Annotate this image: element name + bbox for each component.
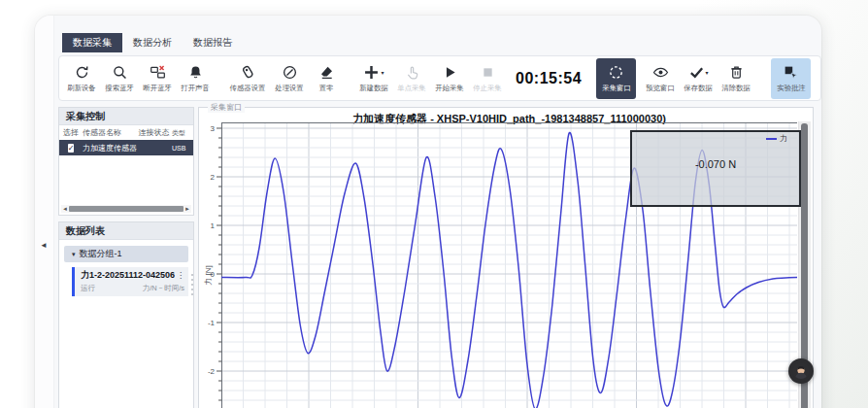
refresh-icon bbox=[74, 64, 90, 81]
item-menu-icon[interactable]: ⋮ bbox=[177, 271, 184, 280]
stop-icon bbox=[480, 64, 496, 81]
sensor-icon bbox=[240, 64, 256, 81]
experiment-record-button[interactable]: 实验录制 bbox=[818, 64, 821, 93]
legend-label: 力 bbox=[780, 133, 787, 144]
sensor-name: 力加速度传感器 bbox=[83, 143, 136, 153]
sensor-settings-button[interactable]: 传感器设置 bbox=[226, 64, 269, 93]
data-list-panel: 数据列表 ▾ 数据分组-1 力1-2-20251112-042506 ⋮ 运行 … bbox=[58, 221, 194, 408]
plus-icon bbox=[363, 64, 380, 81]
data-item-status: 运行 bbox=[81, 284, 95, 293]
svg-text:2: 2 bbox=[211, 173, 216, 182]
refresh-device-button[interactable]: 刷新设备 bbox=[64, 64, 99, 93]
column-header-type: 类型 bbox=[172, 128, 191, 138]
data-item[interactable]: 力1-2-20251112-042506 ⋮ 运行 力/N－时间/s bbox=[72, 267, 188, 296]
chart-legend: 力 bbox=[766, 133, 787, 144]
horizontal-scrollbar[interactable]: ◄ ► bbox=[61, 205, 191, 213]
single-point-button[interactable]: 单点采集 bbox=[394, 64, 429, 93]
play-icon bbox=[442, 64, 458, 81]
experiment-annotation-button[interactable]: 实验批注 bbox=[771, 58, 811, 99]
panel-title: 数据列表 bbox=[59, 222, 193, 240]
app-window: ◄ 数据采集 数据分析 数据报告 刷新设备 搜索蓝牙 断开蓝牙 打开声音 传感器… bbox=[35, 16, 821, 408]
compass-icon bbox=[282, 64, 298, 81]
start-acquisition-button[interactable]: 开始采集 bbox=[432, 64, 467, 93]
caret-down-icon[interactable]: ▾ bbox=[381, 69, 384, 76]
scroll-right-icon[interactable]: ► bbox=[184, 205, 191, 213]
timer-display: 00:15:54 bbox=[516, 70, 582, 87]
data-group-label: 数据分组-1 bbox=[80, 248, 122, 260]
panel-title: 采集控制 bbox=[59, 108, 193, 125]
sound-button[interactable]: 打开声音 bbox=[178, 64, 213, 93]
svg-text:-1: -1 bbox=[208, 319, 216, 327]
column-header-name: 传感器名称 bbox=[83, 127, 136, 138]
save-data-button[interactable]: ▾ 保存数据 bbox=[681, 64, 716, 93]
svg-text:3: 3 bbox=[211, 124, 216, 133]
collapse-panel-icon[interactable]: ◄ bbox=[40, 241, 48, 250]
tap-icon bbox=[404, 64, 420, 81]
preview-window-button[interactable]: 预览窗口 bbox=[643, 64, 678, 93]
tab-data-analysis[interactable]: 数据分析 bbox=[122, 33, 183, 52]
zero-button[interactable]: 置零 bbox=[310, 64, 343, 93]
dashed-circle-icon bbox=[608, 64, 624, 81]
data-group-row[interactable]: ▾ 数据分组-1 bbox=[64, 246, 188, 262]
bluetooth-disconnect-icon bbox=[150, 64, 166, 81]
bell-icon bbox=[187, 64, 204, 81]
eye-icon bbox=[652, 64, 669, 81]
main-tab-bar: 数据采集 数据分析 数据报告 bbox=[62, 33, 243, 52]
caret-down-icon[interactable]: ▾ bbox=[706, 69, 709, 76]
sensor-table-row[interactable]: ✓ 力加速度传感器 USB bbox=[59, 140, 193, 155]
process-settings-button[interactable]: 处理设置 bbox=[272, 64, 307, 93]
acquisition-window-button[interactable]: 采集窗口 bbox=[596, 58, 636, 99]
disconnect-bluetooth-button[interactable]: 断开蓝牙 bbox=[140, 64, 175, 93]
tab-data-acquisition[interactable]: 数据采集 bbox=[62, 33, 122, 52]
acquisition-control-panel: 采集控制 选择 传感器名称 连接状态 类型 ✓ 力加速度传感器 USB ◄ ► bbox=[58, 107, 194, 216]
svg-text:-2: -2 bbox=[208, 367, 216, 376]
data-item-axes: 力/N－时间/s bbox=[143, 284, 184, 293]
check-icon bbox=[688, 64, 705, 81]
column-header-status: 连接状态 bbox=[136, 127, 172, 138]
trash-icon bbox=[728, 64, 745, 81]
y-axis-label: 力 [N] bbox=[203, 265, 214, 285]
column-header-select: 选择 bbox=[59, 127, 83, 138]
sensor-checkbox[interactable]: ✓ bbox=[68, 144, 75, 153]
left-collapse-strip: ◄ bbox=[35, 16, 54, 408]
chart-plot-area[interactable]: 3210-1-2 -0.070 N 力 力 [N] bbox=[221, 122, 797, 408]
toolbar: 刷新设备 搜索蓝牙 断开蓝牙 打开声音 传感器设置 处理设置 置零 bbox=[58, 55, 821, 101]
scroll-left-icon[interactable]: ◄ bbox=[61, 205, 69, 213]
sensor-type: USB bbox=[172, 145, 191, 152]
legend-swatch bbox=[766, 138, 777, 140]
scrollbar-thumb[interactable] bbox=[69, 206, 184, 212]
new-data-button[interactable]: ▾ 新建数据 bbox=[356, 64, 391, 93]
svg-text:1: 1 bbox=[211, 221, 216, 230]
eraser-icon bbox=[318, 64, 335, 81]
data-item-name: 力1-2-20251112-042506 bbox=[81, 269, 175, 282]
panel-drag-handle[interactable] bbox=[191, 274, 193, 295]
acquisition-window-groupbox: 采集窗口 力加速度传感器 - XHSP-V10HID_path_-1981348… bbox=[198, 107, 814, 408]
search-bluetooth-button[interactable]: 搜索蓝牙 bbox=[102, 64, 137, 93]
assistant-avatar-button[interactable] bbox=[788, 358, 814, 384]
annotation-text: -0.070 N bbox=[695, 158, 736, 170]
tab-data-report[interactable]: 数据报告 bbox=[183, 33, 243, 52]
cursor-annotation-icon bbox=[783, 64, 799, 81]
search-icon bbox=[112, 64, 128, 81]
clear-data-button[interactable]: 清除数据 bbox=[718, 64, 753, 93]
tree-caret-icon[interactable]: ▾ bbox=[72, 251, 76, 258]
sensor-table-header: 选择 传感器名称 连接状态 类型 bbox=[59, 125, 193, 140]
stop-acquisition-button[interactable]: 停止采集 bbox=[470, 64, 505, 93]
avatar-icon bbox=[792, 362, 810, 380]
